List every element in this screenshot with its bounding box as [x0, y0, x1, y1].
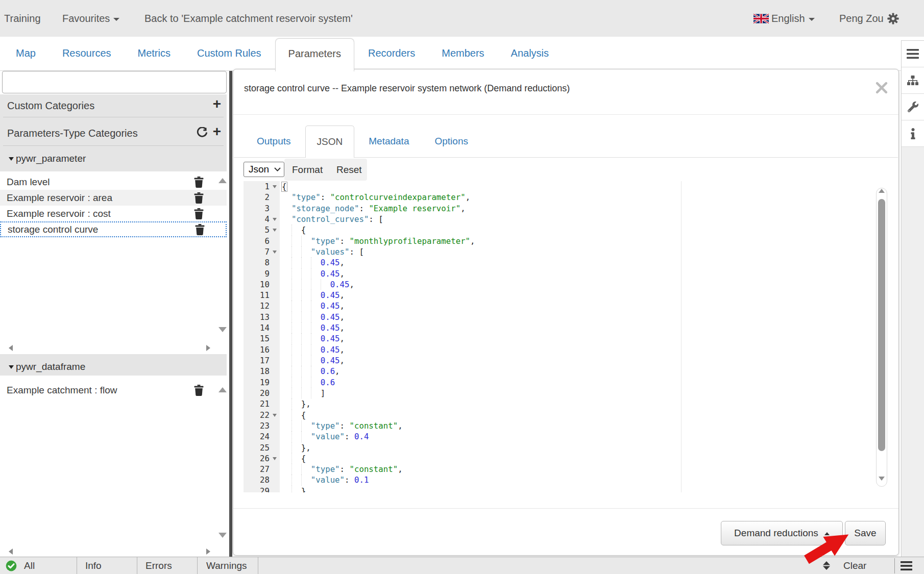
- list-item[interactable]: storage control curve: [0, 221, 227, 237]
- code-token: ,: [340, 356, 345, 365]
- clear-button[interactable]: Clear: [843, 557, 866, 574]
- code-token: ,: [466, 192, 470, 202]
- save-button[interactable]: Save: [845, 521, 886, 545]
- scroll-up-icon[interactable]: [218, 387, 227, 392]
- indent-guide-line: [301, 333, 302, 344]
- code-token: "values": [311, 247, 350, 257]
- menu-button[interactable]: [902, 41, 924, 67]
- list-item[interactable]: Example reservoir : area: [0, 190, 227, 206]
- sidebar-search-input[interactable]: [2, 71, 227, 93]
- caret-down-icon: [113, 18, 119, 21]
- sidebar-resize-divider[interactable]: [229, 71, 232, 557]
- code-token: ,: [350, 280, 354, 289]
- list-item[interactable]: Example reservoir : cost: [0, 206, 227, 221]
- scroll-down-icon[interactable]: [218, 533, 227, 538]
- language-menu[interactable]: English: [771, 0, 815, 37]
- dialog-tab-options[interactable]: Options: [423, 126, 479, 158]
- main-tab-parameters[interactable]: Parameters: [275, 38, 354, 71]
- status-tab-warnings[interactable]: Warnings: [198, 557, 258, 574]
- fold-icon[interactable]: [273, 251, 277, 254]
- code-token: "constant": [350, 421, 398, 431]
- line-number: 18: [244, 366, 270, 377]
- json-code-editor[interactable]: 1234567891011121314151617181920212223242…: [244, 181, 888, 492]
- scroll-up-icon[interactable]: [218, 178, 227, 183]
- trash-icon[interactable]: [194, 192, 204, 204]
- indent-guide-line: [301, 236, 302, 246]
- code-token: :: [345, 432, 349, 441]
- fold-icon[interactable]: [273, 457, 277, 460]
- code-token: [282, 192, 291, 202]
- add-parameter-type-category-button[interactable]: +: [211, 127, 223, 137]
- status-tab-errors[interactable]: Errors: [137, 557, 198, 574]
- main-tab-metrics[interactable]: Metrics: [125, 37, 183, 71]
- list-item[interactable]: Dam level: [0, 174, 227, 190]
- trash-icon[interactable]: [195, 224, 205, 235]
- code-token: "Example reservoir": [369, 204, 460, 213]
- code-line: "type": "controlcurveindexparameter",: [282, 192, 475, 203]
- trash-icon[interactable]: [194, 208, 204, 219]
- line-number: 7: [244, 246, 270, 257]
- dialog-tab-outputs[interactable]: Outputs: [246, 126, 302, 158]
- back-link[interactable]: Back to 'Example catchment reservoir sys…: [144, 0, 353, 37]
- group-header-pywr-parameter[interactable]: pywr_parameter: [0, 146, 227, 171]
- scroll-left-icon[interactable]: [9, 345, 13, 351]
- user-menu[interactable]: Peng Zou: [839, 0, 884, 37]
- scroll-down-icon[interactable]: [218, 327, 227, 332]
- line-number: 23: [244, 420, 270, 431]
- right-toolbar: [901, 40, 924, 557]
- main-tab-members[interactable]: Members: [429, 37, 497, 71]
- fold-icon[interactable]: [273, 414, 277, 417]
- trash-icon[interactable]: [194, 177, 204, 188]
- horizontal-scrollbar[interactable]: [0, 342, 227, 354]
- list-item[interactable]: Example catchment : flow: [0, 381, 227, 399]
- main-tab-analysis[interactable]: Analysis: [498, 37, 562, 71]
- code-token: 0.4: [354, 432, 369, 441]
- format-button[interactable]: Format: [292, 159, 323, 181]
- horizontal-scrollbar[interactable]: [0, 546, 227, 557]
- code-token: :: [350, 247, 354, 257]
- code-token: [: [374, 214, 383, 224]
- main-tab-recorders[interactable]: Recorders: [355, 37, 428, 71]
- sort-icon[interactable]: [822, 561, 831, 570]
- footer-divider: [233, 508, 898, 509]
- indent-guide-line: [311, 355, 311, 366]
- refresh-icon[interactable]: [197, 127, 208, 138]
- editor-scrollbar-thumb[interactable]: [878, 199, 885, 451]
- scenario-dropup-button[interactable]: Demand reductions: [721, 521, 843, 545]
- dialog-tab-json[interactable]: JSON: [305, 126, 355, 158]
- code-token: "type": [311, 464, 340, 474]
- status-tab-info[interactable]: Info: [77, 557, 137, 574]
- fold-icon[interactable]: [273, 185, 277, 188]
- mode-select[interactable]: Json: [244, 162, 284, 177]
- status-tab-all[interactable]: All: [0, 557, 77, 574]
- scroll-right-icon[interactable]: [206, 548, 210, 555]
- code-token: ]: [282, 388, 325, 398]
- code-token: "constant": [350, 464, 398, 474]
- main-tab-custom-rules[interactable]: Custom Rules: [184, 37, 274, 71]
- add-custom-category-button[interactable]: +: [211, 99, 223, 109]
- reset-button[interactable]: Reset: [336, 159, 362, 181]
- fold-icon[interactable]: [273, 218, 277, 221]
- mode-select-wrap: Json: [244, 162, 284, 177]
- brand-training[interactable]: Training: [4, 0, 41, 37]
- dialog-tab-metadata[interactable]: Metadata: [357, 126, 420, 158]
- fold-icon[interactable]: [273, 229, 277, 232]
- favourites-menu[interactable]: Favourites: [62, 0, 119, 37]
- network-button[interactable]: [902, 67, 924, 94]
- info-button[interactable]: [902, 120, 924, 147]
- main-tab-resources[interactable]: Resources: [50, 37, 124, 71]
- scroll-right-icon[interactable]: [206, 345, 210, 351]
- code-token: :: [340, 421, 345, 431]
- main-tabs: MapResourcesMetricsCustom RulesParameter…: [3, 37, 563, 71]
- code-line: 0.6: [282, 377, 475, 388]
- hamburger-icon[interactable]: [901, 561, 912, 570]
- trash-icon[interactable]: [194, 385, 204, 396]
- main-tab-map[interactable]: Map: [3, 37, 48, 71]
- line-number: 26: [244, 453, 270, 464]
- scroll-up-icon[interactable]: [879, 189, 885, 193]
- tools-button[interactable]: [902, 94, 924, 120]
- code-token: 0.45: [321, 301, 340, 311]
- close-icon[interactable]: [876, 82, 888, 94]
- scroll-left-icon[interactable]: [9, 548, 13, 555]
- scroll-down-icon[interactable]: [879, 477, 885, 481]
